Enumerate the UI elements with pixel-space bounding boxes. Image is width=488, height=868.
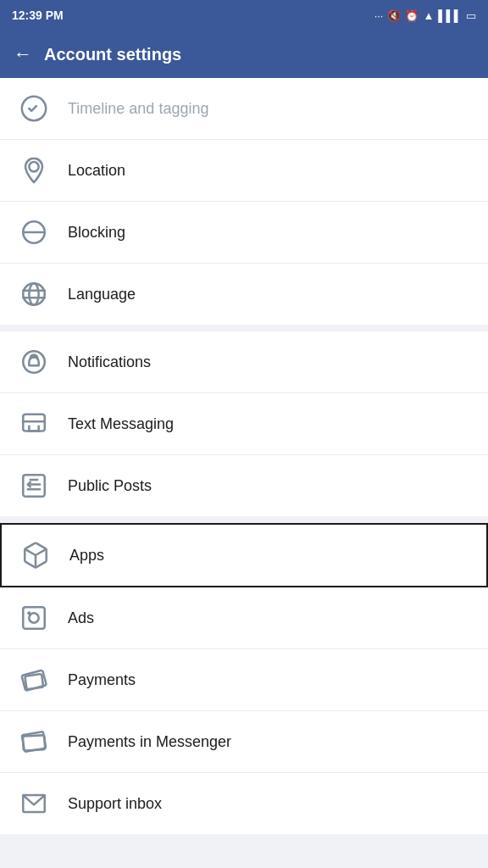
timeline-label: Timeline and tagging bbox=[68, 100, 208, 118]
svg-rect-19 bbox=[25, 674, 43, 689]
list-item-ads[interactable]: Ads bbox=[0, 587, 488, 649]
svg-rect-13 bbox=[23, 475, 45, 497]
ads-label: Ads bbox=[68, 609, 94, 627]
public-posts-icon bbox=[15, 467, 53, 504]
blocking-icon bbox=[15, 214, 53, 251]
location-icon bbox=[15, 152, 53, 189]
svg-rect-8 bbox=[23, 415, 45, 431]
notifications-icon bbox=[15, 343, 53, 381]
blocking-label: Blocking bbox=[68, 224, 125, 242]
list-item-notifications[interactable]: Notifications bbox=[0, 331, 488, 393]
list-item-timeline[interactable]: Timeline and tagging bbox=[0, 78, 488, 140]
text-messaging-icon bbox=[15, 405, 53, 442]
list-item-support-inbox[interactable]: Support inbox bbox=[0, 773, 488, 834]
status-bar: 12:39 PM ··· 🔇 ⏰ ▲ ▌▌▌ ▭ bbox=[0, 0, 488, 31]
list-item-location[interactable]: Location bbox=[0, 140, 488, 202]
svg-point-3 bbox=[23, 283, 45, 305]
list-item-blocking[interactable]: Blocking bbox=[0, 202, 488, 264]
svg-point-16 bbox=[29, 613, 38, 622]
svg-point-4 bbox=[29, 283, 38, 305]
alarm-icon: ⏰ bbox=[405, 9, 419, 22]
payments-messenger-icon bbox=[15, 723, 53, 760]
apps-icon bbox=[17, 537, 54, 574]
support-inbox-label: Support inbox bbox=[68, 795, 162, 813]
language-label: Language bbox=[68, 286, 136, 303]
battery-icon: ▭ bbox=[466, 9, 476, 22]
svg-point-0 bbox=[29, 162, 38, 171]
text-messaging-label: Text Messaging bbox=[68, 415, 174, 433]
svg-rect-15 bbox=[23, 607, 45, 629]
location-label: Location bbox=[68, 162, 125, 180]
section-divider-2 bbox=[0, 516, 488, 523]
payments-messenger-label: Payments in Messenger bbox=[68, 733, 231, 751]
ads-icon bbox=[15, 599, 53, 637]
page-title: Account settings bbox=[44, 45, 181, 64]
support-inbox-icon bbox=[15, 785, 53, 822]
language-icon bbox=[15, 275, 53, 313]
list-item-public-posts[interactable]: Public Posts bbox=[0, 455, 488, 516]
list-item-text-messaging[interactable]: Text Messaging bbox=[0, 393, 488, 455]
signal-icon: ▌▌▌ bbox=[438, 9, 462, 22]
list-item-payments[interactable]: Payments bbox=[0, 649, 488, 711]
section-divider-1 bbox=[0, 325, 488, 331]
wifi-icon: ▲ bbox=[423, 9, 434, 22]
list-item-apps[interactable]: Apps bbox=[0, 523, 488, 587]
app-header: ← Account settings bbox=[0, 31, 488, 78]
status-time: 12:39 PM bbox=[12, 8, 64, 22]
mute-icon: 🔇 bbox=[387, 9, 401, 22]
apps-label: Apps bbox=[69, 547, 104, 565]
payments-label: Payments bbox=[68, 671, 136, 689]
notifications-label: Notifications bbox=[68, 353, 151, 371]
list-item-language[interactable]: Language bbox=[0, 264, 488, 325]
payments-icon bbox=[15, 661, 53, 698]
public-posts-label: Public Posts bbox=[68, 477, 152, 495]
status-icons: ··· 🔇 ⏰ ▲ ▌▌▌ ▭ bbox=[374, 9, 476, 22]
list-item-payments-messenger[interactable]: Payments in Messenger bbox=[0, 711, 488, 773]
back-button[interactable]: ← bbox=[14, 43, 32, 65]
dots-icon: ··· bbox=[374, 9, 384, 22]
timeline-icon bbox=[15, 90, 53, 127]
